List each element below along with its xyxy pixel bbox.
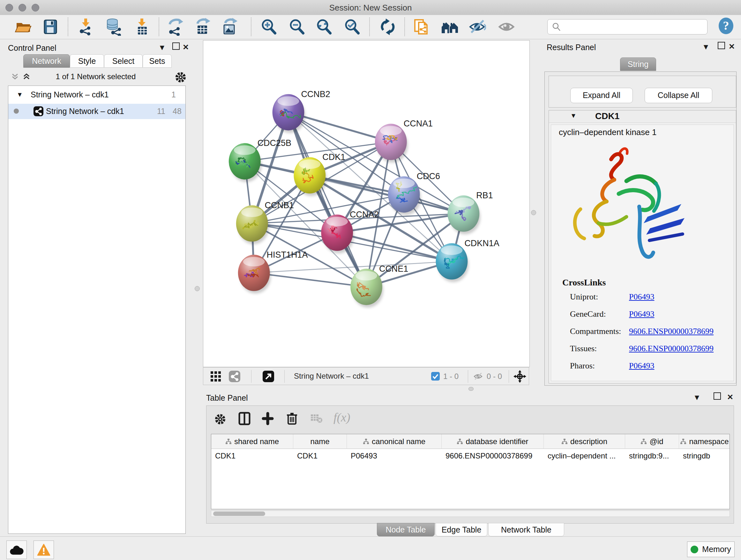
export-table-button[interactable] — [194, 18, 212, 36]
table-cell[interactable]: cyclin–dependent ... — [544, 449, 625, 463]
tab-sets[interactable]: Sets — [143, 54, 172, 68]
crosslink-link[interactable]: 9606.ENSP00000378699 — [629, 327, 714, 336]
tab-node-table[interactable]: Node Table — [377, 523, 434, 537]
network-view-canvas[interactable]: CCNB2CCNA1CDC25BCDK1CDC6RB1CCNB1CCNA2CDK… — [203, 40, 530, 367]
zoom-in-button[interactable] — [260, 18, 278, 36]
panel-menu-icon[interactable]: ▼ — [158, 43, 166, 52]
network-node-CDC6[interactable]: CDC6 — [388, 172, 440, 215]
float-panel-icon[interactable] — [714, 392, 721, 400]
expand-all-button[interactable]: Expand All — [570, 88, 633, 103]
toolbar-separator — [468, 370, 468, 383]
tree-expand-icon[interactable]: ▼ — [17, 91, 23, 98]
network-node-CDC25B[interactable]: CDC25B — [229, 138, 291, 182]
column-header-database-identifier[interactable]: database identifier — [442, 434, 544, 449]
export-image-button[interactable] — [221, 18, 239, 36]
crosslink-link[interactable]: P06493 — [629, 292, 654, 302]
scrollbar-thumb[interactable] — [213, 511, 265, 516]
network-node-RB1[interactable]: RB1 — [448, 191, 493, 234]
export-network-button[interactable] — [166, 18, 185, 36]
add-column-icon[interactable] — [261, 412, 275, 426]
network-node-CCNB2[interactable]: CCNB2 — [273, 89, 330, 133]
panel-menu-icon[interactable]: ▼ — [693, 393, 701, 402]
crosslink-link[interactable]: P06493 — [629, 361, 654, 371]
protein-section-header[interactable]: ▼ CDK1 — [549, 111, 736, 123]
refresh-layout-button[interactable] — [379, 18, 397, 36]
crosslink-link[interactable]: 9606.ENSP00000378699 — [629, 344, 714, 354]
open-session-button[interactable] — [14, 18, 32, 36]
float-panel-icon[interactable] — [172, 43, 180, 50]
show-all-eye-button[interactable] — [497, 18, 515, 36]
warning-button[interactable] — [33, 541, 54, 559]
network-view-toolbar: String Network – cdk1 1 - 0 0 - 0 — [203, 367, 529, 385]
gear-icon[interactable] — [174, 70, 188, 84]
import-network-database-button[interactable] — [105, 18, 123, 36]
panel-menu-icon[interactable]: ▼ — [702, 43, 710, 51]
collapse-all-button[interactable]: Collapse All — [645, 88, 712, 103]
home-networks-button[interactable] — [441, 18, 459, 36]
left-splitter-handle[interactable] — [195, 286, 200, 291]
memory-button[interactable]: Memory — [687, 542, 735, 557]
network-row-selected[interactable]: String Network – cdk1 11 48 — [8, 104, 185, 119]
close-panel-icon[interactable]: ✕ — [183, 43, 189, 52]
tab-edge-table[interactable]: Edge Table — [435, 523, 487, 537]
zoom-out-button[interactable] — [288, 18, 306, 36]
column-header-@id[interactable]: @id — [625, 434, 679, 449]
table-cell[interactable]: P06493 — [347, 449, 442, 463]
clone-network-button[interactable] — [413, 18, 431, 36]
table-cell[interactable]: CDK1 — [293, 449, 347, 463]
table-panel: Table Panel ▼ ✕ f(x) shared namenamecano… — [202, 391, 738, 535]
right-splitter-handle[interactable] — [531, 210, 536, 215]
network-node-CDKN1A[interactable]: CDKN1A — [436, 239, 499, 282]
column-header-description[interactable]: description — [544, 434, 625, 449]
close-panel-icon[interactable]: ✕ — [727, 393, 733, 401]
network-node-CCNA1[interactable]: CCNA1 — [375, 119, 433, 163]
tab-select[interactable]: Select — [104, 54, 143, 68]
section-collapse-icon[interactable]: ▼ — [570, 112, 577, 119]
table-cell[interactable]: stringdb:9... — [625, 449, 679, 463]
table-cell[interactable]: stringdb — [679, 449, 730, 463]
float-panel-icon[interactable] — [718, 42, 725, 49]
hide-selected-icon-button[interactable] — [468, 18, 486, 36]
tab-network[interactable]: Network — [23, 54, 70, 68]
search-box[interactable] — [547, 19, 708, 35]
tab-string[interactable]: String — [620, 57, 656, 71]
bottom-splitter-handle[interactable] — [468, 387, 474, 391]
network-collection-row[interactable]: ▼ String Network – cdk1 1 — [8, 88, 185, 103]
toolbar-separator — [68, 17, 68, 36]
crosslink-label: GeneCard: — [570, 309, 606, 319]
selected-checkbox[interactable] — [431, 372, 440, 381]
birds-eye-crosshair-icon[interactable] — [514, 370, 526, 383]
zoom-fit-button[interactable] — [315, 18, 333, 36]
app-window: Session: New Session — [0, 0, 741, 560]
column-header-shared-name[interactable]: shared name — [211, 434, 293, 449]
column-header-canonical-name[interactable]: canonical name — [347, 434, 442, 449]
column-header-name[interactable]: name — [293, 434, 347, 449]
tab-style[interactable]: Style — [70, 54, 104, 68]
close-panel-icon[interactable]: ✕ — [729, 42, 735, 51]
table-cell[interactable]: 9606.ENSP00000378699 — [442, 449, 544, 463]
node-label-CCNA1: CCNA1 — [404, 119, 433, 128]
grid-view-icon[interactable] — [210, 371, 221, 382]
collection-count: 1 — [172, 90, 176, 99]
import-table-file-button[interactable] — [133, 18, 151, 36]
column-header-namespace[interactable]: namespace — [679, 434, 730, 449]
toolbar-separator — [404, 17, 405, 36]
search-input[interactable] — [564, 20, 703, 33]
network-share-icon[interactable] — [229, 371, 240, 382]
show-columns-icon[interactable] — [238, 412, 252, 426]
import-network-file-button[interactable] — [77, 18, 95, 36]
table-horizontal-scrollbar[interactable] — [211, 510, 730, 517]
cloud-button[interactable] — [6, 541, 27, 559]
network-node-CDK1[interactable]: CDK1 — [293, 152, 345, 196]
help-button[interactable]: ? — [717, 17, 735, 35]
gear-icon[interactable] — [213, 412, 227, 426]
network-edge[interactable] — [254, 273, 366, 287]
open-in-window-icon[interactable] — [263, 371, 274, 382]
table-cell[interactable]: CDK1 — [211, 449, 293, 463]
crosslink-link[interactable]: P06493 — [629, 309, 654, 319]
save-session-button[interactable] — [42, 18, 59, 36]
network-edge[interactable] — [288, 112, 366, 287]
delete-column-icon[interactable] — [285, 411, 299, 425]
zoom-selected-button[interactable] — [343, 18, 361, 36]
tab-network-table[interactable]: Network Table — [488, 523, 564, 537]
